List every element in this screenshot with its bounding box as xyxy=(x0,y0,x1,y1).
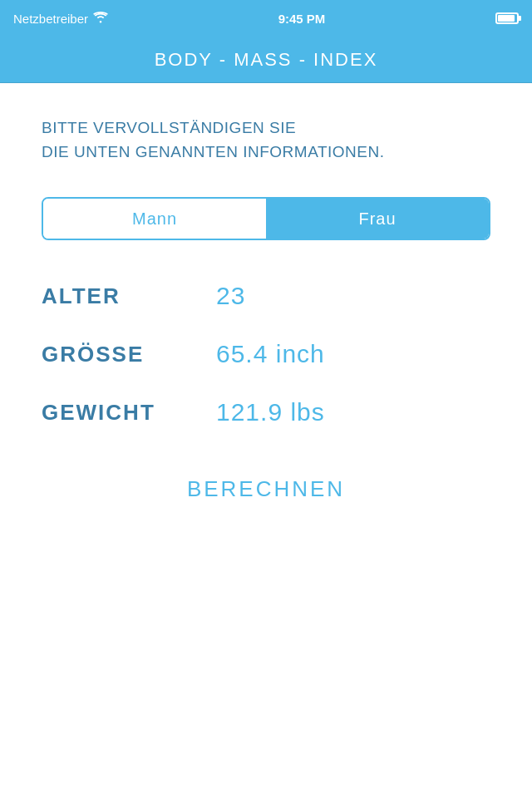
gewicht-label: GEWICHT xyxy=(42,400,216,426)
status-left: Netzbetreiber xyxy=(13,12,108,26)
grosse-label: GRÖßE xyxy=(42,342,216,367)
carrier-label: Netzbetreiber xyxy=(13,12,88,26)
alter-row[interactable]: ALTER 23 xyxy=(42,282,490,310)
calculate-button[interactable]: BERECHNEN xyxy=(187,476,345,502)
calculate-button-wrapper: BERECHNEN xyxy=(42,476,490,502)
nav-bar: BODY - MASS - INDEX xyxy=(0,37,532,83)
status-time: 9:45 PM xyxy=(278,12,326,26)
wifi-icon xyxy=(93,12,108,26)
gewicht-row[interactable]: GEWICHT 121.9 lbs xyxy=(42,398,490,426)
alter-value[interactable]: 23 xyxy=(216,282,245,310)
subtitle: BITTE VERVOLLSTÄNDIGEN SIE DIE UNTEN GEN… xyxy=(42,116,490,164)
battery-icon xyxy=(495,12,519,24)
gender-female-button[interactable]: Frau xyxy=(266,199,489,239)
grosse-row[interactable]: GRÖßE 65.4 inch xyxy=(42,340,490,368)
status-bar: Netzbetreiber 9:45 PM xyxy=(0,0,532,37)
main-content: BITTE VERVOLLSTÄNDIGEN SIE DIE UNTEN GEN… xyxy=(0,83,532,527)
subtitle-line2: DIE UNTEN GENANNTEN INFORMATIONEN. xyxy=(42,140,490,165)
grosse-value[interactable]: 65.4 inch xyxy=(216,340,325,368)
status-right xyxy=(495,12,519,24)
gender-toggle[interactable]: Mann Frau xyxy=(42,197,490,240)
subtitle-line1: BITTE VERVOLLSTÄNDIGEN SIE xyxy=(42,116,490,140)
gender-male-button[interactable]: Mann xyxy=(43,199,266,239)
gewicht-value[interactable]: 121.9 lbs xyxy=(216,398,325,426)
nav-title: BODY - MASS - INDEX xyxy=(155,49,378,71)
alter-label: ALTER xyxy=(42,283,216,309)
